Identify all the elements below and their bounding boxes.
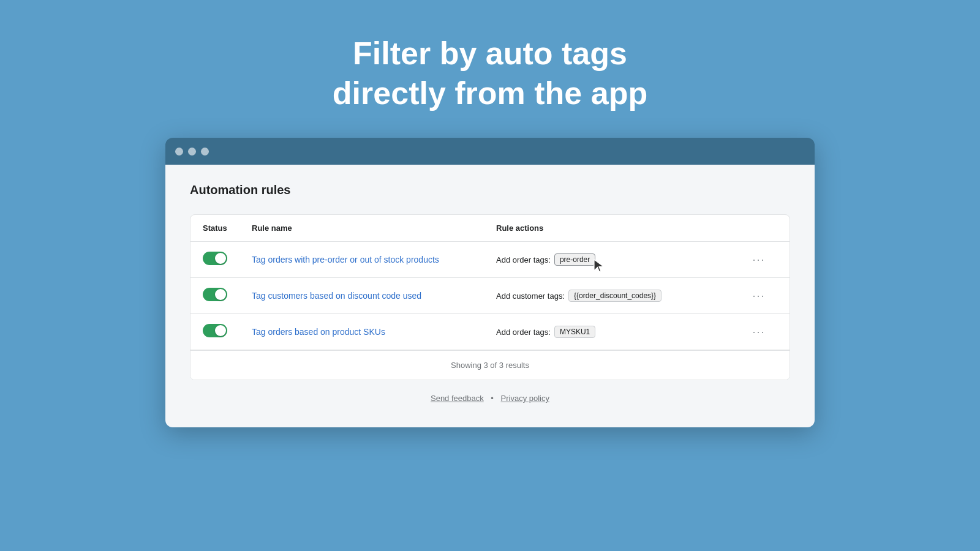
privacy-policy-link[interactable]: Privacy policy [501, 394, 549, 403]
hero-line1: Filter by auto tags [353, 36, 627, 71]
tag-badge-row2: {{order_discount_codes}} [568, 290, 662, 302]
browser-dot-red [175, 148, 183, 156]
rule-name-row2[interactable]: Tag customers based on discount code use… [252, 290, 496, 301]
header-status: Status [203, 223, 252, 233]
table-footer: Showing 3 of 3 results [190, 350, 790, 380]
browser-window: Automation rules Status Rule name Rule a… [165, 138, 815, 427]
more-actions-row2[interactable]: ··· [741, 290, 777, 302]
toggle-row2[interactable] [203, 288, 252, 304]
header-rule-actions: Rule actions [496, 223, 741, 233]
hero-line2: directly from the app [333, 75, 647, 111]
automation-rules-table: Status Rule name Rule actions Tag orders… [190, 214, 790, 380]
browser-titlebar [165, 138, 815, 165]
more-actions-row1[interactable]: ··· [741, 253, 777, 266]
table-row: Tag orders based on product SKUs Add ord… [190, 314, 790, 350]
results-count: Showing 3 of 3 results [451, 361, 529, 370]
rule-actions-row3: Add order tags: MYSKU1 [496, 326, 741, 338]
rule-name-row1[interactable]: Tag orders with pre-order or out of stoc… [252, 254, 496, 265]
browser-dot-green [201, 148, 209, 156]
actions-label-row2: Add customer tags: [496, 291, 565, 301]
more-actions-row3[interactable]: ··· [741, 326, 777, 339]
table-row: Tag customers based on discount code use… [190, 278, 790, 314]
tag-badge-row3: MYSKU1 [554, 326, 595, 338]
rule-actions-row1: Add order tags: pre-order [496, 253, 741, 266]
page-footer: Send feedback • Privacy policy [190, 394, 790, 403]
actions-label-row1: Add order tags: [496, 255, 551, 264]
rule-actions-row2: Add customer tags: {{order_discount_code… [496, 290, 741, 302]
table-row: Tag orders with pre-order or out of stoc… [190, 242, 790, 278]
tag-badge-wrapper-row1: pre-order [554, 253, 595, 266]
hero-title: Filter by auto tags directly from the ap… [333, 34, 647, 113]
toggle-row3[interactable] [203, 324, 252, 340]
table-header: Status Rule name Rule actions [190, 215, 790, 242]
send-feedback-link[interactable]: Send feedback [431, 394, 484, 403]
header-actions [741, 223, 777, 233]
rule-name-row3[interactable]: Tag orders based on product SKUs [252, 326, 496, 337]
page-title: Automation rules [190, 183, 790, 197]
browser-dot-yellow [188, 148, 196, 156]
header-rule-name: Rule name [252, 223, 496, 233]
browser-content: Automation rules Status Rule name Rule a… [165, 165, 815, 427]
tag-badge-row1: pre-order [554, 253, 595, 266]
footer-separator: • [491, 394, 494, 403]
actions-label-row3: Add order tags: [496, 328, 551, 337]
toggle-row1[interactable] [203, 252, 252, 268]
